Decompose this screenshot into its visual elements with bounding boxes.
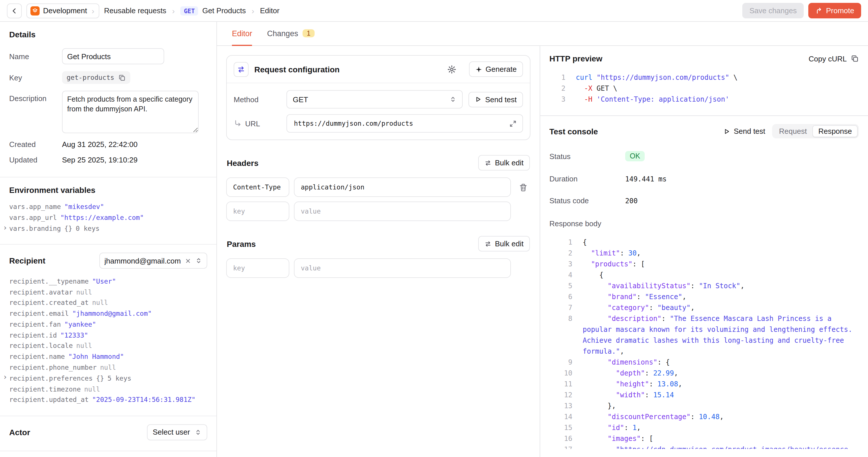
variable-value: "https://example.com" (60, 214, 144, 222)
line-number: 8 (556, 313, 572, 357)
copy-key-button[interactable] (118, 74, 126, 81)
request-settings-button[interactable] (447, 65, 456, 74)
variable-row: recipient.name"John Hammond" (9, 352, 207, 362)
copy-curl-button[interactable]: Copy cURL (809, 54, 859, 63)
back-button[interactable] (7, 3, 22, 18)
method-badge: GET (181, 6, 198, 15)
method-select[interactable]: GET (286, 90, 463, 109)
variable-key: recipient.updated_at (9, 396, 89, 404)
environment-icon (30, 6, 40, 15)
tab-editor[interactable]: Editor (232, 22, 252, 46)
sparkle-icon (475, 66, 482, 72)
status-code-row: Status code 200 (549, 196, 859, 205)
name-label: Name (9, 52, 62, 61)
content: Details Name Key get-products (0, 22, 868, 457)
variable-meta: 5 keys (107, 374, 131, 383)
headers-bulk-edit-button[interactable]: Bulk edit (478, 155, 530, 171)
variable-row: recipient.phone_numbernull (9, 362, 207, 373)
chevron-right-icon: › (3, 373, 7, 381)
status-badge: OK (625, 151, 645, 161)
request-tab[interactable]: Request (773, 125, 813, 137)
variable-key: recipient.id (9, 331, 57, 339)
code-text: curl "https://dummyjson.com/products" \ (576, 72, 859, 83)
header-value-input[interactable] (294, 177, 511, 197)
header-row-empty (226, 202, 530, 221)
code-line: 9 "dimensions": { (556, 357, 859, 368)
recipient-selected: jhammond@gmail.com (104, 256, 181, 265)
code-text: "depth": 22.99, (583, 368, 859, 379)
header-value-input-empty[interactable] (294, 202, 511, 221)
params-bulk-edit-button[interactable]: Bulk edit (478, 236, 530, 251)
http-preview-code: 1curl "https://dummyjson.com/products" \… (549, 72, 859, 105)
variable-value: null (100, 363, 116, 371)
actor-select[interactable]: Select user (147, 424, 207, 440)
response-tab[interactable]: Response (813, 125, 858, 137)
url-input[interactable] (293, 119, 505, 128)
header-key-input[interactable] (226, 177, 289, 197)
variable-value: null (76, 342, 92, 350)
name-input[interactable] (62, 48, 164, 64)
param-row-empty (226, 258, 530, 278)
save-changes-button[interactable]: Save changes (743, 3, 804, 19)
updated-label: Updated (9, 156, 62, 164)
delete-header-button[interactable] (519, 183, 527, 191)
environment-switcher[interactable]: Development › (26, 3, 100, 18)
breadcrumb-request-name: Get Products (203, 6, 246, 15)
recipient-combobox[interactable]: jhammond@gmail.com (99, 253, 207, 269)
code-text: "availabilityStatus": "In Stock", (583, 281, 859, 292)
code-line: 12 "width": 15.14 (556, 390, 859, 401)
code-text: "id": 1, (583, 423, 859, 433)
code-line: 14 "discountPercentage": 10.48, (556, 412, 859, 423)
param-value-input[interactable] (294, 258, 511, 278)
param-key-input[interactable] (226, 258, 289, 278)
environment-variables-title: Environment variables (9, 185, 207, 194)
line-number: 12 (556, 390, 572, 401)
duration-value: 149.441 ms (625, 175, 667, 183)
promote-button[interactable]: Promote (808, 3, 861, 19)
expand-url-button[interactable] (509, 120, 517, 127)
main-column: Editor Changes 1 Request configur (217, 22, 868, 457)
variable-key: recipient.avatar (9, 288, 73, 296)
variable-key: recipient.preferences (9, 374, 93, 383)
variable-value: "12333" (60, 331, 88, 339)
headers-title: Headers (227, 158, 259, 167)
variable-value: "2025-09-23T14:56:31.981Z" (92, 396, 195, 404)
params-section-header: Params Bulk edit (227, 236, 530, 251)
generate-button[interactable]: Generate (469, 61, 523, 77)
swap-horizontal-icon (485, 240, 491, 247)
line-number: 3 (549, 94, 565, 105)
send-test-button[interactable]: Send test (468, 92, 523, 107)
line-number: 4 (556, 270, 572, 281)
description-textarea[interactable]: Fetch products from a specific category … (62, 91, 198, 133)
tab-changes[interactable]: Changes 1 (267, 22, 315, 46)
status-code-label: Status code (549, 196, 625, 205)
variable-row: recipient.id"12333" (9, 330, 207, 341)
code-line: 1{ (556, 237, 859, 248)
chevron-updown-icon (195, 257, 202, 264)
tabbar: Editor Changes 1 (217, 22, 868, 46)
variable-row[interactable]: ›recipient.preferences{}5 keys (9, 373, 207, 384)
variable-row: recipient.fan"yankee" (9, 319, 207, 330)
variable-key: vars.branding (9, 224, 61, 233)
chevron-updown-icon (195, 429, 202, 435)
breadcrumb-section[interactable]: Reusable requests (104, 6, 166, 15)
variable-row: recipient.email"jhammond@gmail.com" (9, 308, 207, 319)
variable-key: vars.app_name (9, 203, 61, 211)
breadcrumb-page: Editor (260, 6, 280, 15)
clear-x-icon[interactable] (185, 258, 191, 264)
code-text: -H 'Content-Type: application/json' (576, 94, 859, 105)
code-line: 13 }, (556, 401, 859, 412)
breadcrumb-request[interactable]: GET Get Products (181, 6, 246, 15)
variable-key: recipient.locale (9, 342, 73, 350)
created-label: Created (9, 140, 62, 149)
variable-row[interactable]: ›vars.branding{}0 keys (9, 223, 207, 234)
header-key-input-empty[interactable] (226, 202, 289, 221)
line-number: 17 (556, 445, 572, 449)
key-chip: get-products (62, 71, 130, 84)
method-value: GET (293, 95, 308, 103)
console-send-test-button[interactable]: Send test (723, 127, 765, 135)
variable-value: "User" (92, 277, 116, 285)
http-preview-title: HTTP preview (549, 54, 602, 63)
play-icon (475, 96, 482, 103)
code-line: 7 "category": "beauty", (556, 303, 859, 313)
